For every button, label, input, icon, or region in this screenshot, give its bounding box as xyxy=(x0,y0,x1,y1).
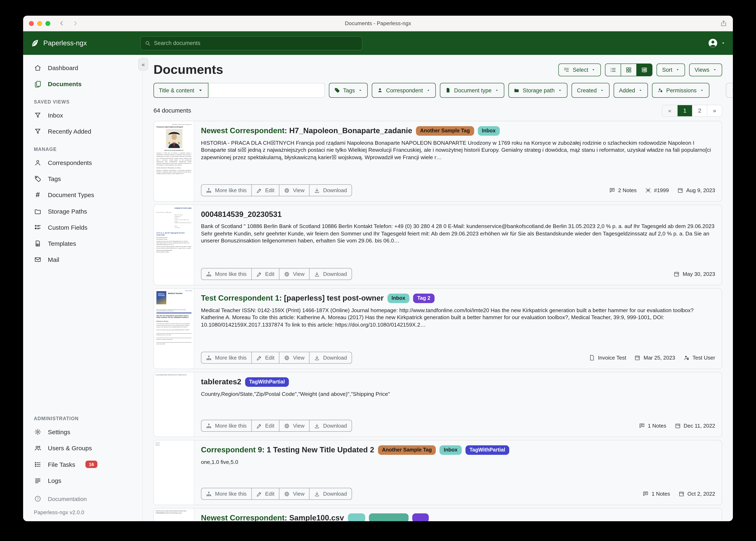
download-button[interactable]: Download xyxy=(309,488,352,500)
sidebar-item-users-groups[interactable]: Users & Groups xyxy=(23,440,142,456)
view-mode-list-button[interactable] xyxy=(606,64,621,76)
tag-pill[interactable]: Tag 2 xyxy=(413,293,434,303)
minimize-window-button[interactable] xyxy=(37,21,42,26)
download-button[interactable]: Download xyxy=(309,352,352,364)
sidebar-item-documentation[interactable]: ? Documentation xyxy=(23,489,142,507)
notes-count[interactable]: 2 Notes xyxy=(609,187,637,194)
app-brand[interactable]: Paperless-ngx xyxy=(31,39,140,47)
notes-count[interactable]: 1 Notes xyxy=(639,423,666,429)
document-thumbnail[interactable]: Country,Region/State,"Zip/Postal Code","… xyxy=(154,372,194,437)
more-like-this-button[interactable]: More like this xyxy=(201,420,252,432)
zoom-window-button[interactable] xyxy=(45,21,50,26)
edit-button[interactable]: Edit xyxy=(251,488,279,500)
reset-filters-button[interactable]: Reset filters xyxy=(726,83,733,98)
pagination-page-2-button[interactable]: 2 xyxy=(692,105,707,116)
sidebar-item-recently-added[interactable]: Recently Added xyxy=(23,123,142,139)
download-button[interactable]: Download xyxy=(309,184,352,196)
correspondent-filter-button[interactable]: Correspondent xyxy=(372,83,436,98)
tag-pill[interactable]: TagWithPartial xyxy=(245,377,289,386)
pagination-page-1-button[interactable]: 1 xyxy=(677,105,692,116)
more-like-this-button[interactable]: More like this xyxy=(201,184,252,196)
edit-button[interactable]: Edit xyxy=(251,268,279,280)
edit-button[interactable]: Edit xyxy=(251,184,279,196)
sidebar-item-tags[interactable]: Tags xyxy=(23,171,142,187)
caret-down-icon xyxy=(721,41,725,45)
view-button[interactable]: View xyxy=(279,420,309,432)
thumb-text: Urodzony w 1769 roku na Korsyce w zuboża… xyxy=(156,152,191,166)
sidebar-item-templates[interactable]: Templates xyxy=(23,236,142,252)
search-input[interactable] xyxy=(154,40,358,46)
sidebar-item-correspondents[interactable]: Correspondents xyxy=(23,155,142,171)
tag-pill[interactable]: Inbox xyxy=(440,445,462,455)
tag-pill[interactable] xyxy=(369,513,408,521)
sort-button[interactable]: Sort xyxy=(657,63,685,76)
view-button[interactable]: View xyxy=(279,488,309,500)
view-mode-grid-button[interactable] xyxy=(621,64,637,76)
edit-button[interactable]: Edit xyxy=(251,420,279,432)
tag-pill[interactable]: Another Sample Tag xyxy=(378,445,436,455)
pencil-icon xyxy=(256,271,262,277)
more-like-this-button[interactable]: More like this xyxy=(201,268,252,280)
sidebar-item-logs[interactable]: Logs xyxy=(23,473,142,489)
document-title[interactable]: 0004814539_20230531 xyxy=(201,210,282,219)
sidebar-item-document-types[interactable]: # Document Types xyxy=(23,187,142,203)
document-title[interactable]: Correspondent 9: 1 Testing New Title Upd… xyxy=(201,445,374,455)
document-actions: More like this Edit View Download xyxy=(201,420,352,432)
sidebar: Dashboard Documents SAVED VIEWS Inbox Re… xyxy=(23,55,143,521)
storage-path-filter-button[interactable]: Storage path xyxy=(508,83,567,98)
added-filter-button[interactable]: Added xyxy=(614,83,648,98)
select-button[interactable]: Select xyxy=(559,63,601,76)
filter-query-input[interactable] xyxy=(209,83,325,98)
tag-pill[interactable]: Inbox xyxy=(387,293,409,303)
pagination-prev-button[interactable]: « xyxy=(662,105,677,116)
document-title[interactable]: Newest Correspondent: Sample100.csv xyxy=(201,513,344,521)
document-title[interactable]: Test Correspondent 1: [paperless] test p… xyxy=(201,294,384,303)
tag-pill[interactable] xyxy=(412,513,429,521)
documents-icon xyxy=(34,80,42,87)
permissions-filter-button[interactable]: Permissions xyxy=(652,83,709,98)
view-button[interactable]: View xyxy=(279,268,309,280)
sidebar-item-inbox[interactable]: Inbox xyxy=(23,107,142,123)
sidebar-item-documents[interactable]: Documents xyxy=(23,76,142,92)
user-menu[interactable] xyxy=(708,38,725,48)
download-button[interactable]: Download xyxy=(309,268,352,280)
document-thumbnail[interactable]: one,1.0 five,5.0 xyxy=(154,440,194,505)
sidebar-item-storage-paths[interactable]: Storage Paths xyxy=(23,203,142,220)
tag-pill[interactable]: Inbox xyxy=(478,126,500,136)
close-window-button[interactable] xyxy=(29,21,34,26)
tag-pill[interactable]: Another Sample Tag xyxy=(416,126,474,136)
view-mode-detail-button[interactable] xyxy=(637,64,652,76)
sidebar-item-dashboard[interactable]: Dashboard xyxy=(23,60,142,76)
more-like-this-button[interactable]: More like this xyxy=(201,488,252,500)
view-button[interactable]: View xyxy=(279,352,309,364)
sidebar-item-custom-fields[interactable]: Custom Fields xyxy=(23,220,142,236)
created-filter-button[interactable]: Created xyxy=(572,83,610,98)
back-icon[interactable] xyxy=(59,20,65,26)
title-content-filter-button[interactable]: Title & content xyxy=(154,83,209,98)
document-thumbnail[interactable]: Serial Number,Company Name,Employee Mark… xyxy=(154,508,194,521)
document-type-filter-button[interactable]: Document type xyxy=(440,83,504,98)
sidebar-item-settings[interactable]: Settings xyxy=(23,424,142,440)
sidebar-item-file-tasks[interactable]: File Tasks 16 xyxy=(23,456,142,473)
logs-icon xyxy=(34,477,42,484)
tag-pill[interactable]: TagWithPartial xyxy=(465,445,509,455)
share-icon[interactable] xyxy=(720,20,727,27)
sidebar-item-mail[interactable]: Mail xyxy=(23,252,142,268)
more-like-this-button[interactable]: More like this xyxy=(201,352,252,364)
view-button[interactable]: View xyxy=(279,184,309,196)
document-thumbnail[interactable]: HISTORIA - PRACA DLA CHĘTNYCH Francja po… xyxy=(154,121,194,201)
document-thumbnail[interactable]: ✳ BANK OF SCOTLAND Bank of Scotland · 10… xyxy=(154,205,194,285)
download-button[interactable]: Download xyxy=(309,420,352,432)
sidebar-item-label: Recently Added xyxy=(48,128,91,135)
tag-pill[interactable] xyxy=(348,513,365,521)
notes-count[interactable]: 1 Notes xyxy=(643,491,670,497)
forward-icon[interactable] xyxy=(72,20,78,26)
document-thumbnail[interactable]: Taylor & Francis MEDICAL TEACHER Medical… xyxy=(154,288,194,369)
tags-filter-button[interactable]: Tags xyxy=(329,83,368,98)
document-title[interactable]: Newest Correspondent: H7_Napoleon_Bonapa… xyxy=(201,126,412,136)
views-button[interactable]: Views xyxy=(689,63,722,76)
pagination-next-button[interactable]: » xyxy=(707,105,722,116)
collapse-sidebar-button[interactable]: « xyxy=(138,58,148,71)
edit-button[interactable]: Edit xyxy=(251,352,279,364)
document-title[interactable]: tablerates2 xyxy=(201,377,241,386)
